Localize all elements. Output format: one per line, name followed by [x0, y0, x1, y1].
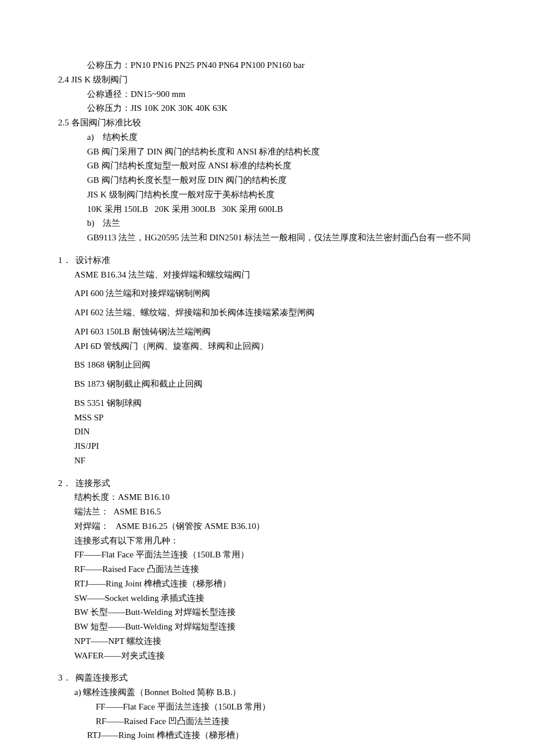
text-line: a) 结构长度: [58, 130, 476, 145]
text-line: 对焊端： ASME B16.25（钢管按 ASME B36.10）: [58, 519, 476, 534]
text-line: SW——Socket welding 承插式连接: [58, 591, 476, 606]
text-line: API 603 150LB 耐蚀铸钢法兰端闸阀: [58, 325, 476, 339]
section-heading: 2． 连接形式: [58, 476, 476, 491]
text-line: API 6D 管线阀门（闸阀、旋塞阀、球阀和止回阀）: [58, 339, 476, 354]
text-line: 端法兰： ASME B16.5: [58, 505, 476, 519]
text-line: 连接形式有以下常用几种：: [58, 534, 476, 548]
text-line: 结构长度：ASME B16.10: [58, 490, 476, 505]
section-title: 阀盖连接形式: [75, 673, 128, 682]
text-line: NF: [58, 453, 476, 468]
text-line: 2.4 JIS K 级制阀门: [58, 73, 476, 87]
text-line: GB 阀门采用了 DIN 阀门的结构长度和 ANSI 标准的结构长度: [58, 145, 476, 159]
text-line: GB 阀门结构长度长型一般对应 DIN 阀门的结构长度: [58, 173, 476, 188]
text-line: RF——Raised Face 凹凸面法兰连接: [58, 714, 476, 729]
text-line: API 602 法兰端、螺纹端、焊接端和加长阀体连接端紧凑型闸阀: [58, 305, 476, 320]
text-line: FF——Flat Face 平面法兰连接（150LB 常用）: [58, 700, 476, 714]
text-line: b) 法兰: [58, 216, 476, 231]
section-number: 2．: [58, 478, 71, 488]
text-line: BW 长型——Butt-Welding 对焊端长型连接: [58, 605, 476, 620]
text-line: JIS K 级制阀门结构长度一般对应于美标结构长度: [58, 188, 476, 202]
section-number: 3．: [58, 673, 71, 682]
text-line: NPT——NPT 螺纹连接: [58, 634, 476, 649]
text-line: JIS/JPI: [58, 439, 476, 453]
text-line: 2.5 各国阀门标准比较: [58, 116, 476, 130]
section-number: 1．: [58, 255, 71, 265]
text-line: 10K 采用 150LB 20K 采用 300LB 30K 采用 600LB: [58, 202, 476, 217]
text-line: BS 5351 钢制球阀: [58, 396, 476, 411]
text-line: WAFER——对夹式连接: [58, 649, 476, 663]
text-line: GB 阀门结构长度短型一般对应 ANSI 标准的结构长度: [58, 159, 476, 173]
text-line: BS 1868 钢制止回阀: [58, 358, 476, 372]
text-line: RTJ——Ring Joint 榫槽式连接（梯形槽）: [58, 728, 476, 743]
text-line: API 600 法兰端和对接焊端钢制闸阀: [58, 286, 476, 301]
text-line: BW 短型——Butt-Welding 对焊端短型连接: [58, 620, 476, 634]
text-line: ASME B16.34 法兰端、对接焊端和螺纹端阀门: [58, 268, 476, 282]
section-title: 设计标准: [75, 255, 110, 265]
text-line: 公称压力：JIS 10K 20K 30K 40K 63K: [58, 101, 476, 116]
text-line: BS 1873 钢制截止阀和截止止回阀: [58, 377, 476, 391]
text-line: RTJ——Ring Joint 榫槽式连接（梯形槽）: [58, 577, 476, 591]
text-line: GB9113 法兰，HG20595 法兰和 DIN2501 标法兰一般相同，仅法…: [58, 231, 476, 245]
text-line: MSS SP: [58, 411, 476, 425]
section-title: 连接形式: [75, 478, 110, 488]
text-line: 公称压力：PN10 PN16 PN25 PN40 PN64 PN100 PN16…: [58, 58, 476, 73]
text-line: RF——Raised Face 凸面法兰连接: [58, 562, 476, 577]
text-line: a) 螺栓连接阀盖（Bonnet Bolted 简称 B.B.）: [58, 685, 476, 700]
text-line: DIN: [58, 424, 476, 439]
section-heading: 3． 阀盖连接形式: [58, 671, 476, 685]
text-line: FF——Flat Face 平面法兰连接（150LB 常用）: [58, 548, 476, 562]
section-heading: 1． 设计标准: [58, 253, 476, 268]
text-line: 公称通径：DN15~900 mm: [58, 87, 476, 102]
